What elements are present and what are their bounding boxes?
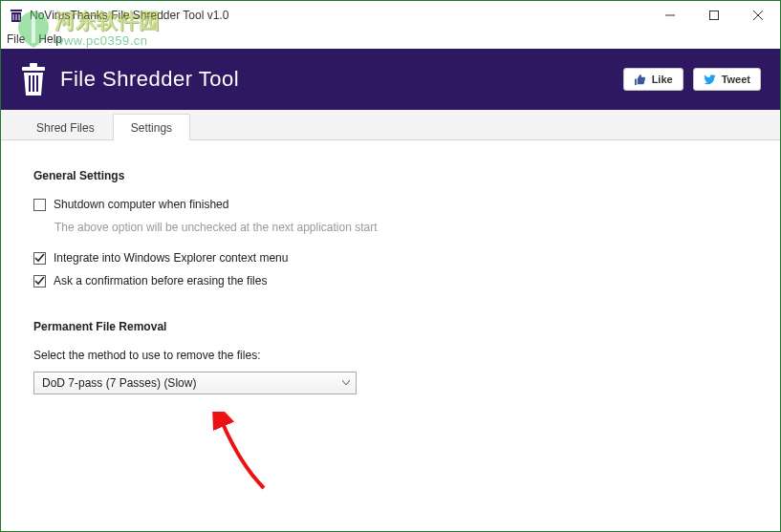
twitter-icon — [704, 74, 716, 86]
tweet-button[interactable]: Tweet — [693, 68, 761, 91]
tab-shred-files[interactable]: Shred Files — [18, 114, 113, 140]
confirm-label: Ask a confirmation before erasing the fi… — [54, 274, 267, 287]
minimize-button[interactable] — [648, 1, 692, 29]
settings-panel: General Settings Shutdown computer when … — [1, 140, 780, 423]
thumb-up-icon — [634, 74, 646, 86]
shutdown-hint: The above option will be unchecked at th… — [54, 221, 748, 234]
removal-heading: Permanent File Removal — [33, 320, 748, 333]
method-dropdown[interactable]: DoD 7-pass (7 Passes) (Slow) — [33, 372, 357, 394]
close-button[interactable] — [736, 1, 780, 29]
integrate-checkbox[interactable] — [33, 252, 46, 265]
confirm-checkbox[interactable] — [33, 275, 46, 287]
svg-rect-9 — [22, 67, 45, 71]
app-icon — [9, 8, 24, 23]
general-settings-heading: General Settings — [33, 169, 748, 182]
method-prompt: Select the method to use to remove the f… — [33, 349, 748, 362]
like-button[interactable]: Like — [623, 68, 683, 91]
menu-file[interactable]: File — [7, 32, 25, 46]
chevron-down-icon — [342, 380, 350, 386]
annotation-arrow — [211, 412, 278, 498]
checkmark-icon — [34, 276, 45, 287]
titlebar: NoVirusThanks File Shredder Tool v1.0 — [1, 1, 780, 30]
shutdown-label: Shutdown computer when finished — [54, 198, 228, 211]
menubar: File Help — [1, 30, 780, 49]
tabbar: Shred Files Settings — [1, 110, 780, 140]
checkmark-icon — [34, 253, 45, 264]
shutdown-checkbox[interactable] — [33, 199, 46, 211]
window-controls — [648, 1, 780, 30]
svg-rect-1 — [11, 10, 22, 11]
svg-rect-6 — [710, 11, 719, 19]
tab-settings[interactable]: Settings — [113, 114, 190, 140]
hero-title: File Shredder Tool — [60, 67, 239, 92]
like-label: Like — [652, 74, 673, 85]
hero-banner: File Shredder Tool Like Tweet — [1, 49, 780, 110]
tweet-label: Tweet — [722, 74, 750, 85]
maximize-button[interactable] — [692, 1, 736, 29]
menu-help[interactable]: Help — [38, 32, 62, 46]
integrate-label: Integrate into Windows Explorer context … — [54, 251, 288, 265]
window-title: NoVirusThanks File Shredder Tool v1.0 — [30, 9, 648, 22]
trash-icon — [20, 63, 47, 96]
method-selected-value: DoD 7-pass (7 Passes) (Slow) — [42, 376, 196, 390]
svg-rect-10 — [30, 63, 37, 67]
